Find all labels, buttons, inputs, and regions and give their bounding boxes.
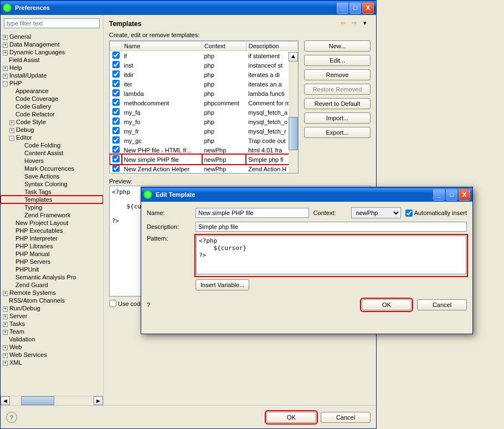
row-checkbox[interactable] (112, 108, 120, 115)
table-row[interactable]: ifphpif statement (110, 51, 298, 61)
row-checkbox[interactable] (112, 61, 120, 68)
filter-input[interactable] (4, 18, 100, 28)
description-input[interactable] (196, 222, 467, 232)
tree-node[interactable]: Validation (1, 335, 103, 343)
tree-node[interactable]: +Code Style (1, 118, 103, 126)
import-button[interactable]: Import... (304, 113, 371, 124)
tree-node[interactable]: Zend Framework (1, 211, 103, 219)
row-checkbox[interactable] (112, 165, 120, 172)
row-checkbox[interactable] (112, 127, 120, 134)
tree-node[interactable]: -Editor (1, 134, 103, 141)
use-formatter-checkbox[interactable] (109, 300, 116, 307)
auto-insert-checkbox[interactable] (405, 210, 413, 217)
table-row[interactable]: my_frphpmysql_fetch_r (110, 126, 298, 136)
tree-node[interactable]: Hovers (1, 157, 103, 165)
tree-node[interactable]: Mark Occurrences (1, 165, 103, 172)
export-button[interactable]: Export... (304, 127, 371, 138)
back-icon[interactable]: ⇦ (338, 19, 347, 28)
tree-node[interactable]: Templates (1, 196, 103, 203)
tree-node[interactable]: PHP Servers (1, 258, 103, 265)
tree-node[interactable]: Appearance (1, 87, 103, 95)
tree-node[interactable]: +General (1, 33, 103, 40)
remove-button[interactable]: Remove (304, 69, 371, 80)
scroll-left-icon[interactable]: ◄ (1, 396, 10, 405)
scroll-right-icon[interactable]: ► (94, 396, 103, 405)
tree-node[interactable]: +Server (1, 312, 103, 320)
tree-node[interactable]: +Run/Debug (1, 304, 103, 312)
tree-node[interactable]: +Debug (1, 126, 103, 134)
tree-node[interactable]: PHP Executables (1, 227, 103, 234)
titlebar[interactable]: Preferences _ □ X (1, 1, 376, 15)
tree-node[interactable]: +Web Services (1, 351, 103, 359)
edit-button[interactable]: Edit... (304, 55, 371, 66)
pattern-textarea[interactable] (196, 236, 466, 274)
restore-removed-button[interactable]: Restore Removed (304, 84, 371, 95)
tree-node[interactable]: PHPUnit (1, 265, 103, 273)
col-name[interactable]: Name (122, 42, 202, 51)
preferences-tree[interactable]: +General+Data Management+Dynamic Languag… (1, 32, 103, 396)
tree-node[interactable]: +Tasks (1, 320, 103, 328)
maximize-button[interactable]: □ (349, 2, 361, 14)
dialog-titlebar[interactable]: Edit Template _ □ X (141, 187, 472, 202)
tree-node[interactable]: Semantic Analysis Pro (1, 273, 103, 281)
revert-button[interactable]: Revert to Default (304, 98, 371, 109)
forward-icon[interactable]: ⇨ (349, 19, 358, 28)
table-row[interactable]: my_gcphpTrap code out (110, 136, 298, 145)
tree-node[interactable]: Field Assist (1, 56, 103, 64)
table-row[interactable]: lambdaphplambda functi (110, 89, 298, 98)
table-row[interactable]: New Zend Action HelpernewPhpZend Action … (110, 164, 298, 173)
ok-button[interactable]: OK (266, 412, 316, 423)
dialog-ok-button[interactable]: OK (362, 299, 412, 310)
col-context[interactable]: Context (202, 42, 246, 51)
row-checkbox[interactable] (112, 136, 120, 144)
tree-node[interactable]: Zend Guard (1, 281, 103, 289)
table-row[interactable]: itdirphpiterates a di (110, 70, 298, 79)
minimize-button[interactable]: _ (337, 2, 348, 14)
table-row[interactable]: instphpinstanceof st (110, 60, 298, 70)
tree-node[interactable]: +Install/Update (1, 72, 103, 79)
row-checkbox[interactable] (112, 89, 120, 96)
tree-node[interactable]: Code Refactor (1, 110, 103, 118)
tree-node[interactable]: +Remote Systems (1, 289, 103, 297)
name-input[interactable] (196, 208, 309, 218)
tree-node[interactable]: +Dynamic Languages (1, 48, 103, 56)
tree-node[interactable]: PHP Interpreter (1, 234, 103, 242)
help-icon[interactable]: ? (6, 412, 17, 423)
menu-icon[interactable]: ▾ (361, 19, 369, 28)
tree-node[interactable]: Task Tags (1, 188, 103, 196)
row-checkbox[interactable] (112, 118, 120, 125)
table-row[interactable]: my_fophpmysql_fetch_o (110, 117, 298, 126)
tree-node[interactable]: +XML (1, 359, 103, 366)
row-checkbox[interactable] (112, 52, 120, 59)
minimize-button[interactable]: _ (433, 189, 445, 201)
col-description[interactable]: Description (246, 42, 297, 51)
close-button[interactable]: X (362, 2, 374, 14)
tree-node[interactable]: PHP Libraries (1, 242, 103, 250)
tree-node[interactable]: New Project Layout (1, 219, 103, 227)
tree-node[interactable]: +Web (1, 343, 103, 351)
table-row[interactable]: New PHP file - HTML fr...newPhphtml 4.01… (110, 145, 298, 155)
col-check[interactable] (110, 42, 122, 51)
scroll-thumb[interactable] (21, 396, 54, 405)
tree-node[interactable]: +Team (1, 328, 103, 335)
templates-table[interactable]: Name Context Description ifphpif stateme… (109, 40, 299, 173)
tree-node[interactable]: PHP Manual (1, 250, 103, 258)
insert-variable-button[interactable]: Insert Variable... (196, 279, 249, 290)
table-row[interactable]: methodcommentphpcommentComment for m (110, 98, 298, 108)
tree-hscrollbar[interactable]: ◄ ► (1, 396, 103, 405)
tree-node[interactable]: Save Actions (1, 172, 103, 180)
table-vscrollbar[interactable]: ▲ (289, 52, 298, 173)
row-checkbox[interactable] (112, 155, 120, 162)
new-button[interactable]: New... (304, 40, 371, 52)
scroll-thumb[interactable] (289, 117, 298, 150)
table-row[interactable]: my_faphpmysql_fetch_a (110, 108, 298, 117)
table-row[interactable]: iterphpiterates an a (110, 79, 298, 89)
table-row[interactable]: New simple PHP filenewPhpSimple php fi (110, 155, 298, 164)
cancel-button[interactable]: Cancel (321, 412, 371, 423)
tree-node[interactable]: Content Assist (1, 149, 103, 157)
tree-node[interactable]: Code Folding (1, 141, 103, 149)
tree-node[interactable]: Syntax Coloring (1, 180, 103, 188)
row-checkbox[interactable] (112, 99, 120, 106)
scroll-up-icon[interactable]: ▲ (289, 52, 298, 62)
context-select[interactable]: newPhp (351, 207, 401, 218)
